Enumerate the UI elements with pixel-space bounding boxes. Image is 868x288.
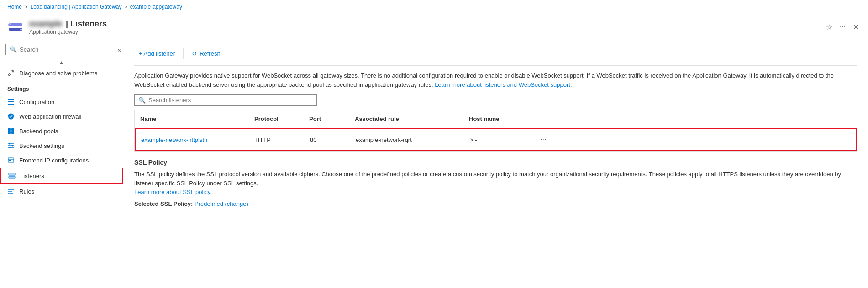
more-options-header-button[interactable]: ··· bbox=[838, 21, 847, 33]
table-header: Name Protocol Port Associated rule Host … bbox=[135, 110, 857, 128]
refresh-label: Refresh bbox=[200, 50, 221, 57]
breadcrumb: Home > Load balancing | Application Gate… bbox=[0, 0, 868, 14]
sidebar-item-configuration-label: Configuration bbox=[19, 99, 54, 105]
sidebar-item-waf[interactable]: Web application firewall bbox=[0, 109, 123, 124]
sidebar-item-backend-pools-label: Backend pools bbox=[19, 128, 58, 135]
sidebar-search-input[interactable] bbox=[20, 46, 106, 53]
row-more-options-button[interactable]: ··· bbox=[538, 134, 548, 146]
sidebar-item-frontend-ip-label: Frontend IP configurations bbox=[19, 157, 89, 164]
table-row: example-network-httplstn HTTP 80 example… bbox=[135, 128, 857, 151]
sidebar-item-listeners[interactable]: Listeners bbox=[0, 168, 123, 184]
sidebar-item-configuration[interactable]: Configuration bbox=[0, 94, 123, 109]
col-header-port: Port bbox=[304, 114, 349, 124]
svg-point-14 bbox=[9, 147, 11, 148]
svg-rect-7 bbox=[8, 104, 14, 105]
resource-name-blurred: example bbox=[29, 19, 62, 29]
sidebar-item-waf-label: Web application firewall bbox=[19, 113, 81, 120]
cell-protocol: HTTP bbox=[250, 132, 305, 148]
refresh-icon: ↻ bbox=[192, 50, 197, 57]
selected-ssl-value: Predefined bbox=[195, 200, 223, 207]
sidebar-item-frontend-ip[interactable]: Frontend IP configurations bbox=[0, 153, 123, 168]
sidebar-item-backend-pools[interactable]: Backend pools bbox=[0, 124, 123, 138]
sidebar-item-listeners-label: Listeners bbox=[20, 173, 44, 179]
toolbar-divider bbox=[183, 48, 184, 59]
ssl-policy-description: The SSL policy defines the SSL protocol … bbox=[134, 170, 857, 197]
svg-rect-5 bbox=[8, 99, 14, 100]
col-header-associated-rule: Associated rule bbox=[349, 114, 463, 124]
svg-rect-8 bbox=[8, 128, 11, 131]
backend-pools-icon bbox=[7, 127, 15, 135]
sidebar-item-diagnose-label: Diagnose and solve problems bbox=[19, 70, 97, 77]
shield-icon bbox=[7, 113, 15, 120]
header-actions: ☆ ··· ✕ bbox=[824, 21, 861, 33]
cell-port: 80 bbox=[305, 132, 350, 148]
header-title: example | Listeners bbox=[29, 19, 819, 29]
toolbar: + Add listener ↻ Refresh bbox=[134, 47, 857, 60]
svg-rect-15 bbox=[8, 158, 14, 162]
add-listener-button[interactable]: + Add listener bbox=[134, 47, 179, 60]
col-header-protocol: Protocol bbox=[249, 114, 304, 124]
sidebar-item-backend-settings-label: Backend settings bbox=[19, 142, 64, 149]
sidebar: 🔍 « ▲ Diagnose and solve problems Settin… bbox=[0, 40, 123, 288]
backend-settings-icon bbox=[7, 142, 15, 149]
main-layout: 🔍 « ▲ Diagnose and solve problems Settin… bbox=[0, 40, 868, 288]
header-subtitle: Application gateway bbox=[29, 29, 819, 35]
favorite-button[interactable]: ☆ bbox=[824, 21, 834, 33]
breadcrumb-loadbalancing[interactable]: Load balancing | Application Gateway bbox=[30, 4, 121, 10]
settings-section-label: Settings bbox=[0, 80, 123, 94]
search-listeners-box[interactable]: 🔍 bbox=[134, 94, 317, 106]
svg-rect-17 bbox=[9, 160, 11, 161]
svg-rect-9 bbox=[11, 128, 14, 131]
sidebar-search-box[interactable]: 🔍 bbox=[5, 44, 110, 55]
sidebar-item-diagnose[interactable]: Diagnose and solve problems bbox=[0, 66, 123, 80]
change-ssl-link[interactable]: (change) bbox=[225, 200, 248, 207]
sidebar-item-backend-settings[interactable]: Backend settings bbox=[0, 138, 123, 153]
main-content: + Add listener ↻ Refresh Application Gat… bbox=[123, 40, 868, 288]
sidebar-item-rules[interactable]: Rules bbox=[0, 184, 123, 199]
svg-rect-20 bbox=[9, 176, 15, 178]
breadcrumb-sep2: > bbox=[124, 4, 127, 10]
svg-rect-10 bbox=[8, 131, 11, 134]
svg-rect-11 bbox=[11, 131, 14, 134]
header-title-block: example | Listeners Application gateway bbox=[29, 19, 819, 35]
close-button[interactable]: ✕ bbox=[851, 21, 861, 33]
svg-rect-1 bbox=[9, 28, 22, 31]
wrench-icon bbox=[7, 69, 15, 77]
svg-point-12 bbox=[9, 143, 11, 145]
rules-icon bbox=[7, 188, 15, 195]
svg-point-13 bbox=[12, 145, 13, 147]
cell-name: example-network-httplstn bbox=[136, 132, 250, 148]
page-header: example | Listeners Application gateway … bbox=[0, 14, 868, 40]
websocket-info-text: Application Gateway provides native supp… bbox=[134, 71, 857, 89]
selected-ssl-policy: Selected SSL Policy: Predefined (change) bbox=[134, 200, 857, 207]
breadcrumb-sep1: > bbox=[25, 4, 27, 10]
config-icon bbox=[7, 98, 15, 105]
search-listeners-input[interactable] bbox=[148, 97, 313, 104]
frontend-ip-icon bbox=[7, 157, 15, 164]
col-header-name: Name bbox=[135, 114, 249, 124]
breadcrumb-resource[interactable]: example-appgateway bbox=[130, 4, 182, 10]
col-header-hostname: Host name bbox=[463, 114, 532, 124]
sidebar-scroll-up: ▲ bbox=[0, 59, 123, 66]
search-listeners-icon: 🔍 bbox=[138, 97, 146, 104]
sidebar-item-rules-label: Rules bbox=[19, 188, 34, 195]
ssl-policy-section-title: SSL Policy bbox=[134, 159, 857, 166]
refresh-button[interactable]: ↻ Refresh bbox=[187, 47, 225, 60]
svg-rect-4 bbox=[8, 24, 12, 26]
listener-name-link[interactable]: example-network-httplstn bbox=[141, 136, 207, 143]
ssl-learn-more-link[interactable]: Learn more about SSL policy. bbox=[134, 189, 212, 195]
collapse-sidebar-button[interactable]: « bbox=[116, 44, 123, 55]
selected-ssl-label: Selected SSL Policy: bbox=[134, 200, 193, 207]
cell-more-options[interactable]: ··· bbox=[533, 129, 551, 150]
svg-rect-18 bbox=[9, 173, 15, 175]
search-icon: 🔍 bbox=[10, 46, 17, 53]
listeners-table: Name Protocol Port Associated rule Host … bbox=[134, 110, 857, 152]
breadcrumb-home[interactable]: Home bbox=[7, 4, 22, 10]
col-header-actions bbox=[532, 114, 550, 124]
websocket-learn-more-link[interactable]: Learn more about listeners and WebSocket… bbox=[435, 81, 572, 88]
resource-icon bbox=[7, 19, 24, 35]
cell-associated-rule: example-network-rqrt bbox=[350, 132, 464, 148]
listeners-icon bbox=[8, 172, 16, 179]
header-title-suffix: | Listeners bbox=[66, 19, 107, 29]
cell-hostname: > - bbox=[464, 132, 533, 148]
